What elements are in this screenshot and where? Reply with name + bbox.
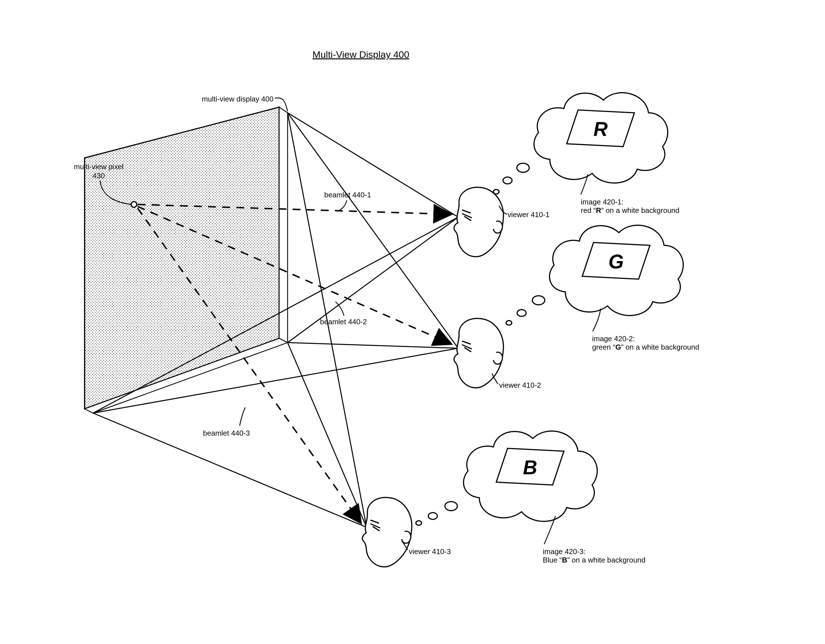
viewer-3-label: viewer 410-3 [409,547,451,556]
image-2-line1: image 420-2: [592,334,635,343]
display-label: multi-view display 400 [202,95,273,103]
thought-bubble-3 [416,431,597,525]
thought-bubble-1 [493,93,668,194]
beamlet-3-label: beamlet 440-3 [203,429,250,437]
svg-point-20 [532,296,545,305]
pixel-label-line1: multi-view pixel [74,162,124,171]
image-1-line1: image 420-1: [581,198,624,206]
svg-point-23 [445,502,457,511]
beamlet-3-leader [239,408,245,426]
svg-line-7 [287,343,458,348]
image-2-line2: green “G” on a white background [592,343,699,351]
beamlet-2-label: beamlet 440-2 [320,318,367,326]
pixel-label-line2: 430 [93,171,105,180]
image-3-line1: image 420-3: [543,547,586,556]
svg-point-22 [428,513,437,519]
diagram: Multi-View Display 400 multi-view displa… [0,0,825,644]
multi-view-pixel [131,202,137,207]
svg-line-3 [287,113,458,217]
viewer-1-label: viewer 410-1 [508,210,550,219]
thought-bubble-2 [506,225,683,325]
thought-letter-2: G [609,251,624,273]
image-1-line2: red “R” on a white background [581,206,680,215]
thought-letter-3: B [523,457,538,479]
svg-point-19 [517,310,526,317]
viewer-3-head [362,497,412,567]
multi-view-display-panel [85,107,287,413]
viewer-1-head [454,187,503,256]
svg-point-16 [503,177,512,184]
svg-point-18 [506,321,512,325]
thought-letter-1: R [593,118,608,140]
viewer-2-head [454,318,503,388]
svg-line-4 [287,217,458,343]
svg-point-17 [517,163,529,172]
svg-point-21 [416,521,422,525]
viewer-2-label: viewer 410-2 [499,381,541,389]
svg-point-15 [493,190,499,194]
beamlet-1-label: beamlet 440-1 [324,191,371,199]
image-3-line2: Blue “B” on a white background [543,556,646,564]
beamlet-1-leader [338,200,347,211]
diagram-title: Multi-View Display 400 [312,49,409,60]
